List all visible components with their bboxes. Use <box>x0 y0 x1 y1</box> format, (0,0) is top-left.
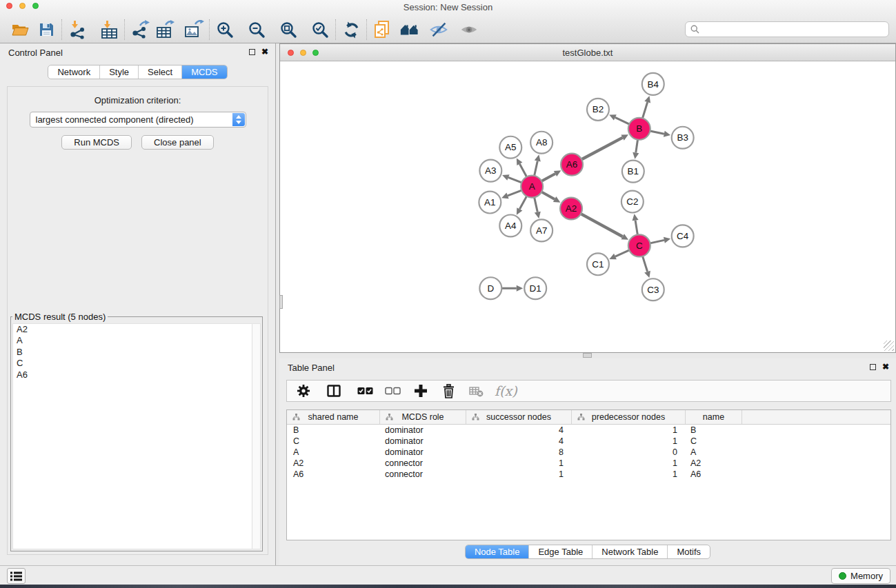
float-panel-icon[interactable] <box>249 49 255 55</box>
table-cell[interactable]: B <box>287 425 380 436</box>
close-panel-icon[interactable]: ✖ <box>261 48 268 55</box>
export-image-button[interactable] <box>183 19 204 40</box>
network-canvas[interactable]: B4B2BB3A8A5A6A3B1AA1C2A2A4A7C4CC1C3DD1 <box>280 62 895 352</box>
graph-edge-A-A6[interactable] <box>541 170 561 181</box>
tab-node-table[interactable]: Node Table <box>466 545 529 558</box>
float-panel-icon[interactable] <box>870 364 876 370</box>
mcds-result-item[interactable]: B <box>13 347 260 358</box>
graph-edge-A-A8[interactable] <box>535 154 541 176</box>
table-cell[interactable]: A <box>287 447 380 458</box>
memory-button[interactable]: Memory <box>831 568 890 584</box>
graph-edge-C-C4[interactable] <box>650 237 670 243</box>
tab-style[interactable]: Style <box>99 65 138 79</box>
tab-mcds[interactable]: MCDS <box>181 65 226 79</box>
graph-edge-A-A7[interactable] <box>535 197 541 219</box>
mcds-result-item[interactable]: A2 <box>13 324 260 335</box>
table-cell[interactable]: connector <box>380 458 466 469</box>
show-all-button[interactable] <box>459 19 479 40</box>
scrollbar-track[interactable] <box>252 324 260 549</box>
table-row[interactable]: Bdominator41B <box>287 425 890 436</box>
graph-node-B2[interactable]: B2 <box>587 99 609 121</box>
graph-edge-B-B2[interactable] <box>609 114 629 124</box>
graph-edge-D-D1[interactable] <box>501 285 523 292</box>
search-input[interactable] <box>699 24 888 34</box>
graph-node-B3[interactable]: B3 <box>672 127 694 149</box>
table-cell[interactable]: 1 <box>572 469 686 480</box>
table-cell[interactable]: A2 <box>686 458 742 469</box>
graph-edge-C-C1[interactable] <box>609 250 629 259</box>
table-cell[interactable]: C <box>287 436 380 447</box>
graph-node-A4[interactable]: A4 <box>499 214 521 236</box>
table-cell[interactable]: A6 <box>686 469 742 480</box>
table-cell[interactable]: A <box>686 447 742 458</box>
graph-node-A7[interactable]: A7 <box>530 219 552 241</box>
tab-network[interactable]: Network <box>48 65 99 79</box>
graph-node-D1[interactable]: D1 <box>524 277 546 299</box>
network-window-titlebar[interactable]: testGlobe.txt <box>280 44 895 61</box>
graph-edge-B-B3[interactable] <box>650 131 670 137</box>
hide-selected-button[interactable] <box>428 19 449 40</box>
table-cell[interactable]: dominator <box>380 436 466 447</box>
graph-edge-B-B1[interactable] <box>633 140 639 159</box>
graph-node-A2[interactable]: A2 <box>560 198 582 220</box>
table-cell[interactable]: dominator <box>380 447 466 458</box>
export-network-button[interactable] <box>130 19 150 40</box>
graph-edge-A2-C[interactable] <box>581 214 628 240</box>
column-header-shared-name[interactable]: shared name <box>287 410 380 424</box>
graph-edge-A-A1[interactable] <box>501 190 521 199</box>
table-row[interactable]: Adominator80A <box>287 447 890 458</box>
table-row[interactable]: A6connector11A6 <box>287 469 890 480</box>
close-panel-icon[interactable]: ✖ <box>882 363 889 370</box>
table-cell[interactable]: C <box>686 436 742 447</box>
table-cell[interactable]: 1 <box>572 425 686 436</box>
table-cell[interactable]: connector <box>380 469 466 480</box>
mcds-result-item[interactable]: A <box>13 335 260 346</box>
graph-node-B1[interactable]: B1 <box>622 161 644 183</box>
window-edge-handle[interactable] <box>279 295 283 309</box>
unselect-all-columns-button[interactable] <box>385 387 401 395</box>
table-cell[interactable]: 1 <box>572 436 686 447</box>
open-session-button[interactable] <box>10 19 30 40</box>
graph-node-D[interactable]: D <box>479 277 501 299</box>
create-column-button[interactable] <box>414 384 428 398</box>
column-header-name[interactable]: name <box>686 410 742 424</box>
graph-node-A[interactable]: A <box>521 176 543 198</box>
optimization-criterion-select[interactable]: largest connected component (directed) <box>30 112 246 128</box>
table-cell[interactable]: 0 <box>572 447 686 458</box>
graph-node-C4[interactable]: C4 <box>672 225 694 247</box>
table-cell[interactable]: dominator <box>380 425 466 436</box>
graph-node-C[interactable]: C <box>628 234 650 256</box>
graph-node-A6[interactable]: A6 <box>561 154 583 176</box>
tab-select[interactable]: Select <box>138 65 181 79</box>
mcds-result-item[interactable]: A6 <box>13 369 260 381</box>
graph-node-A1[interactable]: A1 <box>479 192 501 214</box>
mcds-result-item[interactable]: C <box>13 358 260 369</box>
task-history-button[interactable] <box>7 568 26 584</box>
save-session-button[interactable] <box>36 19 57 40</box>
close-panel-button[interactable]: Close panel <box>141 135 214 150</box>
graph-edge-A-A3[interactable] <box>502 174 521 183</box>
divider-handle[interactable] <box>583 353 592 358</box>
table-row[interactable]: A2connector11A2 <box>287 458 890 469</box>
table-cell[interactable]: A2 <box>287 458 380 469</box>
table-settings-button[interactable] <box>297 384 310 398</box>
graph-node-C2[interactable]: C2 <box>621 191 644 213</box>
table-cell[interactable]: B <box>686 425 742 436</box>
clone-network-button[interactable] <box>372 19 392 40</box>
table-cell[interactable]: 1 <box>466 469 572 480</box>
graph-edge-C-C3[interactable] <box>643 256 650 278</box>
run-mcds-button[interactable]: Run MCDS <box>61 135 132 150</box>
search-field[interactable] <box>685 21 889 37</box>
table-cell[interactable]: 4 <box>466 436 572 447</box>
graph-edge-B-B4[interactable] <box>643 96 651 118</box>
graph-node-A8[interactable]: A8 <box>530 132 552 154</box>
graph-node-A5[interactable]: A5 <box>499 136 521 159</box>
function-builder-button-disabled[interactable]: f(x) <box>495 383 517 398</box>
first-neighbors-button[interactable] <box>399 19 420 40</box>
table-cell[interactable]: 8 <box>466 447 572 458</box>
tab-motifs[interactable]: Motifs <box>667 545 710 558</box>
resize-grip[interactable] <box>884 341 894 351</box>
graph-edge-A-A2[interactable] <box>541 192 560 202</box>
graph-edge-A-A5[interactable] <box>517 158 527 176</box>
refresh-view-button[interactable] <box>341 19 361 40</box>
